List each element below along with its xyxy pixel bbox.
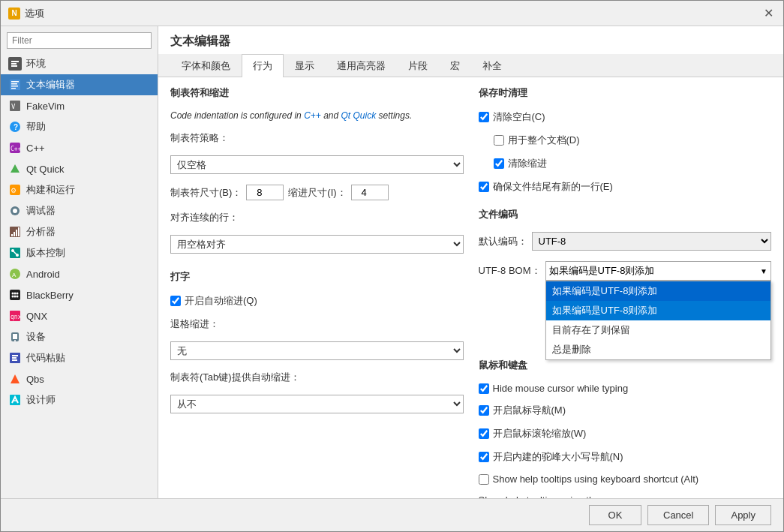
qtquick-link[interactable]: Qt Quick: [341, 110, 377, 121]
tab-policy-label: 制表符策略：: [170, 131, 229, 145]
backspace-select-row: 无 一级 所有: [170, 341, 464, 360]
svg-rect-31: [10, 290, 20, 300]
indent-note: Code indentation is configured in C++ an…: [170, 110, 464, 121]
sidebar-label-android: Android: [26, 269, 60, 280]
mouse-nav-checkbox[interactable]: [479, 405, 489, 416]
version-icon: [8, 246, 22, 260]
tab-macro[interactable]: 宏: [439, 54, 471, 77]
dialog-footer: OK Cancel Apply: [1, 498, 783, 531]
tab-behavior[interactable]: 行为: [242, 54, 284, 77]
svg-text:?: ?: [14, 123, 18, 131]
utf8-bom-trigger[interactable]: 如果编码是UTF-8则添加 ▼: [545, 261, 771, 281]
utf8-bom-option-4[interactable]: 总是删除: [546, 340, 770, 359]
sidebar-item-qnx[interactable]: qnx QNX: [1, 305, 158, 326]
camel-nav-label: 开启内建的驼峰大小写导航(N): [493, 450, 623, 464]
utf8-bom-option-2[interactable]: 如果编码是UTF-8则添加: [546, 301, 770, 320]
backspace-select[interactable]: 无 一级 所有: [170, 341, 464, 360]
utf8-bom-option-1[interactable]: 如果编码是UTF-8则添加: [546, 281, 770, 301]
svg-point-35: [12, 296, 14, 298]
svg-text:C++: C++: [11, 146, 20, 152]
auto-indent-checkbox[interactable]: [170, 296, 181, 306]
designer-icon: [8, 393, 22, 407]
sidebar-item-debug[interactable]: 调试器: [1, 200, 158, 221]
utf8-bom-wrapper: 如果编码是UTF-8则添加 ▼ 如果编码是UTF-8则添加 如果编码是UTF-8…: [545, 261, 771, 281]
ok-button[interactable]: OK: [589, 505, 641, 525]
indent-size-input[interactable]: [351, 185, 389, 200]
sidebar-item-qtquick[interactable]: Qt Quick: [1, 158, 158, 179]
hide-cursor-row: Hide mouse cursor while typing: [479, 383, 772, 394]
indent-size-label: 缩进尺寸(I)：: [288, 186, 346, 200]
sidebar-item-version[interactable]: 版本控制: [1, 242, 158, 263]
tab-display[interactable]: 显示: [284, 54, 326, 77]
sidebar-label-env: 环境: [26, 57, 46, 71]
help-tooltip-kb-label: Show help tooltips using keyboard shortc…: [493, 473, 699, 485]
cancel-button[interactable]: Cancel: [647, 505, 709, 525]
sidebar-label-codepaste: 代码粘贴: [26, 351, 65, 365]
tab-auto-select[interactable]: 从不 始终 仅在前导空格后: [170, 395, 464, 413]
scroll-zoom-checkbox[interactable]: [479, 428, 489, 439]
sidebar-item-fakevim[interactable]: V FakeVim: [1, 95, 158, 116]
tab-font[interactable]: 字体和颜色: [170, 54, 242, 77]
tab-size-row: 制表符尺寸(B)： 缩进尺寸(I)：: [170, 185, 464, 200]
sidebar-item-cpp[interactable]: C++ C++: [1, 137, 158, 158]
sidebar-item-help[interactable]: ? 帮助: [1, 116, 158, 137]
cpp-link[interactable]: C++: [304, 110, 321, 121]
sidebar-item-android[interactable]: A Android: [1, 263, 158, 284]
sidebar-label-fakevim: FakeVim: [26, 101, 65, 112]
tab-supplement[interactable]: 补全: [471, 54, 513, 77]
clean-whitespace-checkbox[interactable]: [479, 112, 489, 122]
tab-policy-select[interactable]: 仅空格 仅制表符 混合: [170, 155, 464, 174]
help-tooltip-kb-checkbox[interactable]: [479, 474, 489, 485]
sidebar-item-device[interactable]: 设备: [1, 326, 158, 347]
sidebar-item-env[interactable]: 环境: [1, 53, 158, 74]
hide-cursor-label: Hide mouse cursor while typing: [493, 383, 629, 394]
app-icon: N: [8, 8, 20, 20]
clean-indent-label: 清除缩进: [508, 157, 547, 170]
blackberry-icon: [8, 288, 22, 302]
device-icon: [8, 330, 22, 344]
utf8-bom-option-3[interactable]: 目前存在了则保留: [546, 320, 770, 340]
close-button[interactable]: ✕: [761, 6, 776, 21]
tab-auto-label-row: 制表符(Tab键)提供自动缩进：: [170, 371, 464, 384]
hide-cursor-checkbox[interactable]: [479, 383, 489, 394]
svg-rect-1: [11, 61, 19, 62]
mouse-keyboard-title: 鼠标和键盘: [479, 359, 772, 372]
auto-indent-label: 开启自动缩进(Q): [185, 294, 257, 308]
filter-input[interactable]: [7, 32, 152, 49]
camel-nav-checkbox[interactable]: [479, 452, 489, 462]
sidebar-label-device: 设备: [26, 330, 46, 344]
qtquick-icon: [8, 162, 22, 176]
qnx-icon: qnx: [8, 309, 22, 323]
tab-highlighter[interactable]: 通用高亮器: [326, 54, 397, 77]
svg-text:qnx: qnx: [11, 314, 20, 320]
options-dialog: N 选项 ✕ 环境 文本编辑器: [0, 0, 784, 532]
tab-size-input[interactable]: [246, 185, 284, 200]
auto-indent-row: 开启自动缩进(Q): [170, 294, 464, 308]
sidebar-label-qnx: QNX: [26, 311, 47, 322]
whole-doc-checkbox[interactable]: [494, 135, 504, 146]
align-select[interactable]: 用空格对齐 不对齐 用制表符对齐: [170, 235, 464, 254]
apply-button[interactable]: Apply: [715, 505, 771, 525]
sidebar-item-editor[interactable]: 文本编辑器: [1, 74, 158, 95]
scroll-zoom-row: 开启鼠标滚轮缩放(W): [479, 427, 772, 440]
mouse-nav-label: 开启鼠标导航(M): [493, 404, 566, 417]
clean-indent-checkbox[interactable]: [494, 158, 504, 169]
svg-point-37: [17, 296, 19, 298]
sidebar-label-build: 构建和运行: [26, 183, 75, 197]
sidebar-label-designer: 设计师: [26, 393, 56, 407]
note-text-mid: and: [321, 110, 341, 121]
sidebar-item-analyzer[interactable]: 分析器: [1, 221, 158, 242]
encoding-select[interactable]: UTF-8 UTF-16 Latin-1 System: [532, 232, 772, 251]
fakevim-icon: V: [8, 99, 22, 113]
svg-point-34: [17, 293, 19, 295]
sidebar-item-designer[interactable]: 设计师: [1, 389, 158, 410]
ensure-newline-checkbox[interactable]: [479, 182, 489, 192]
svg-rect-46: [12, 359, 17, 361]
sidebar-item-qbs[interactable]: Qbs: [1, 368, 158, 389]
sidebar-item-blackberry[interactable]: BlackBerry: [1, 284, 158, 305]
sidebar-item-build[interactable]: ⚙ 构建和运行: [1, 179, 158, 200]
utf8-bom-label: UTF-8 BOM：: [479, 261, 541, 278]
camel-nav-row: 开启内建的驼峰大小写导航(N): [479, 450, 772, 464]
tab-snippet[interactable]: 片段: [397, 54, 439, 77]
sidebar-item-codepaste[interactable]: 代码粘贴: [1, 347, 158, 368]
